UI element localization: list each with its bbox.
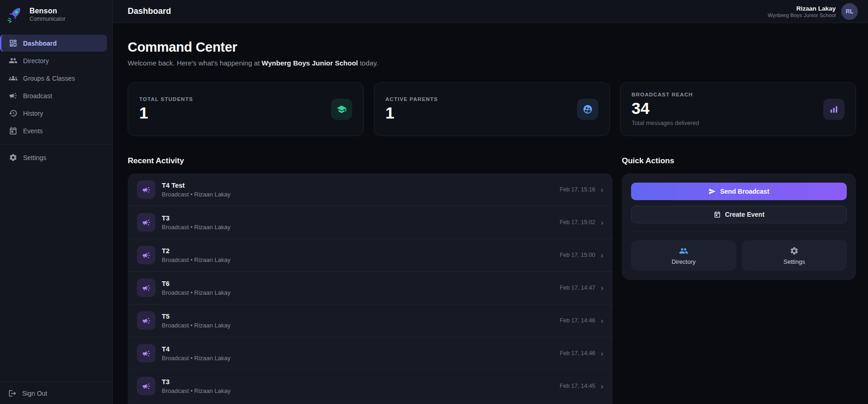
chevron-right-icon: › xyxy=(601,317,603,325)
people-icon xyxy=(9,56,18,65)
chevron-right-icon: › xyxy=(601,186,603,194)
stat-subtitle: Total messages delivered xyxy=(632,119,699,126)
send-broadcast-button[interactable]: Send Broadcast xyxy=(631,183,847,200)
calendar-icon xyxy=(714,211,721,218)
logout-icon xyxy=(8,389,17,398)
recent-activity-section: Recent Activity T4 TestBroadcast • Rizaa… xyxy=(128,156,613,404)
parents-circle-icon xyxy=(577,99,598,120)
activity-meta: Broadcast • Rizaan Lakay xyxy=(162,224,553,231)
sidebar-divider xyxy=(0,144,112,144)
app-logo: Benson Communicator xyxy=(0,0,112,30)
quick-actions-section: Quick Actions Send Broadcast Create Even… xyxy=(622,156,856,404)
chevron-right-icon: › xyxy=(601,382,603,390)
chevron-right-icon: › xyxy=(601,219,603,226)
activity-meta: Broadcast • Rizaan Lakay xyxy=(162,256,553,263)
megaphone-icon xyxy=(137,246,155,264)
sidebar-item-label: Groups & Classes xyxy=(23,75,75,82)
stat-value: 1 xyxy=(385,105,438,122)
activity-row[interactable]: T6Broadcast • Rizaan Lakay Feb 17, 14:47… xyxy=(128,272,613,304)
sidebar-item-label: Events xyxy=(23,127,43,135)
activity-meta: Broadcast • Rizaan Lakay xyxy=(162,322,553,329)
page-subtitle: Welcome back. Here's what's happening at… xyxy=(128,59,856,67)
sidebar-nav: Dashboard Directory Groups & Classes Bro… xyxy=(0,30,112,382)
activity-time: Feb 17, 15:02 xyxy=(560,219,595,226)
sign-out-button[interactable]: Sign Out xyxy=(0,382,112,404)
dashboard-grid-icon xyxy=(9,39,18,48)
sidebar: Benson Communicator Dashboard Directory … xyxy=(0,0,113,404)
gear-icon xyxy=(9,153,18,162)
activity-time: Feb 17, 15:16 xyxy=(560,186,595,193)
sidebar-item-dashboard[interactable]: Dashboard xyxy=(0,35,107,52)
quick-actions-card: Send Broadcast Create Event Directory xyxy=(622,173,856,280)
activity-title: T4 Test xyxy=(162,182,553,189)
subtitle-school-name: Wynberg Boys Junior School xyxy=(262,59,358,67)
activity-meta: Broadcast • Rizaan Lakay xyxy=(162,387,553,394)
user-school: Wynberg Boys Junior School xyxy=(768,12,836,18)
history-clock-icon xyxy=(9,109,18,118)
send-icon xyxy=(709,188,716,195)
sidebar-item-label: Settings xyxy=(23,154,47,161)
subtitle-prefix: Welcome back. Here's what's happening at xyxy=(128,59,262,67)
sidebar-item-label: History xyxy=(23,110,43,117)
activity-title: T3 xyxy=(162,378,553,386)
sidebar-item-broadcast[interactable]: Broadcast xyxy=(0,87,107,104)
header-title: Dashboard xyxy=(128,6,171,16)
activity-time: Feb 17, 14:45 xyxy=(560,383,595,389)
quick-actions-heading: Quick Actions xyxy=(622,156,856,166)
quick-tile-directory[interactable]: Directory xyxy=(631,240,736,271)
quick-tile-settings[interactable]: Settings xyxy=(742,240,847,271)
activity-row[interactable]: T4 TestBroadcast • Rizaan Lakay Feb 17, … xyxy=(128,173,613,206)
gear-icon xyxy=(790,246,799,255)
sidebar-item-label: Dashboard xyxy=(23,40,57,47)
stat-card-active-parents: ACTIVE PARENTS 1 xyxy=(374,82,610,136)
activity-title: T6 xyxy=(162,280,553,287)
subtitle-suffix: today. xyxy=(358,59,378,67)
stat-label: BROADCAST REACH xyxy=(632,92,699,97)
sidebar-item-events[interactable]: Events xyxy=(0,122,107,139)
page-title: Command Center xyxy=(128,40,856,55)
megaphone-icon xyxy=(137,180,155,199)
chevron-right-icon: › xyxy=(601,251,603,259)
chevron-right-icon: › xyxy=(601,350,603,357)
megaphone-icon xyxy=(137,213,155,232)
sidebar-item-groups-classes[interactable]: Groups & Classes xyxy=(0,70,107,87)
stat-label: ACTIVE PARENTS xyxy=(385,96,438,102)
create-event-button[interactable]: Create Event xyxy=(631,206,847,223)
recent-activity-list: T4 TestBroadcast • Rizaan Lakay Feb 17, … xyxy=(128,173,613,404)
activity-title: T2 xyxy=(162,247,553,255)
sidebar-item-settings[interactable]: Settings xyxy=(0,149,107,166)
top-bar: Dashboard Rizaan Lakay Wynberg Boys Juni… xyxy=(113,0,868,23)
send-broadcast-label: Send Broadcast xyxy=(720,188,769,195)
calendar-icon xyxy=(9,126,18,135)
people-icon xyxy=(679,246,688,255)
activity-row[interactable]: T2Broadcast • Rizaan Lakay Feb 17, 15:00… xyxy=(128,239,613,272)
bar-chart-icon xyxy=(823,99,844,120)
activity-title: T5 xyxy=(162,313,553,320)
rocket-logo-icon xyxy=(6,5,25,24)
activity-row[interactable]: T5Broadcast • Rizaan Lakay Feb 17, 14:46… xyxy=(128,304,613,337)
activity-row[interactable]: T4Broadcast • Rizaan Lakay Feb 17, 14:46… xyxy=(128,337,613,370)
activity-time: Feb 17, 14:47 xyxy=(560,285,595,291)
app-tagline: Communicator xyxy=(30,16,65,22)
user-name: Rizaan Lakay xyxy=(768,5,836,12)
app-name: Benson xyxy=(30,7,65,15)
activity-time: Feb 17, 15:00 xyxy=(560,252,595,258)
megaphone-icon xyxy=(137,311,155,330)
megaphone-icon xyxy=(137,377,155,395)
avatar[interactable]: RL xyxy=(841,3,858,20)
activity-meta: Broadcast • Rizaan Lakay xyxy=(162,355,553,362)
sidebar-item-label: Broadcast xyxy=(23,92,52,100)
activity-row[interactable]: T3Broadcast • Rizaan Lakay Feb 17, 15:02… xyxy=(128,206,613,239)
recent-activity-heading: Recent Activity xyxy=(128,156,613,166)
create-event-label: Create Event xyxy=(725,211,765,218)
chevron-right-icon: › xyxy=(601,284,603,292)
sidebar-item-directory[interactable]: Directory xyxy=(0,52,107,69)
quick-actions-divider xyxy=(631,232,847,232)
stat-label: TOTAL STUDENTS xyxy=(139,96,193,102)
activity-time: Feb 17, 14:46 xyxy=(560,317,595,324)
sidebar-item-label: Directory xyxy=(23,57,49,65)
activity-row[interactable]: T3Broadcast • Rizaan Lakay Feb 17, 14:45… xyxy=(128,370,613,403)
activity-time: Feb 17, 14:46 xyxy=(560,350,595,356)
megaphone-icon xyxy=(137,279,155,297)
sidebar-item-history[interactable]: History xyxy=(0,105,107,122)
